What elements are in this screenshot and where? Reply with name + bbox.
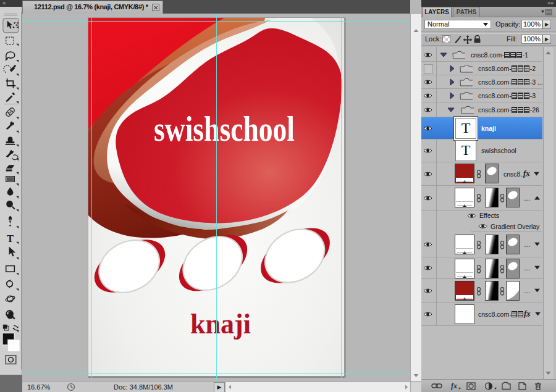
svg-text:fx: fx [451, 382, 457, 390]
svg-text:T: T [7, 233, 14, 244]
svg-text:knaji: knaji [190, 308, 251, 340]
svg-text:swishschool: swishschool [154, 110, 295, 148]
